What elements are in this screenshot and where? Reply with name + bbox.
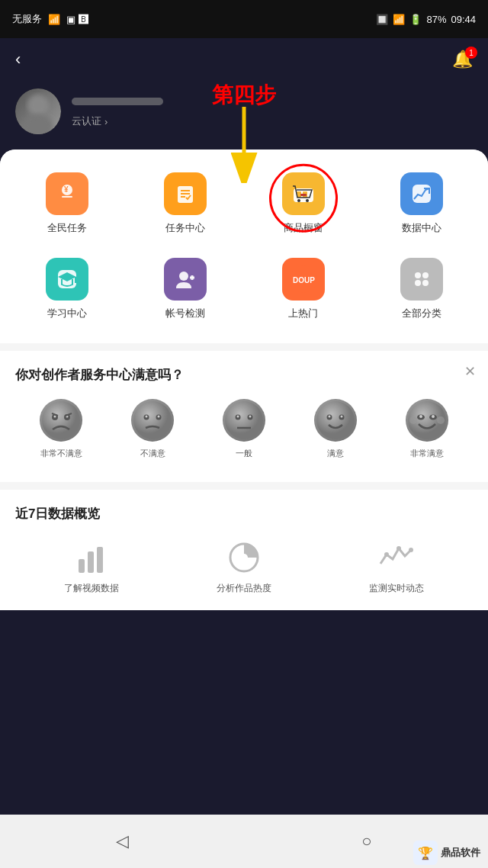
back-button[interactable]: ‹ <box>15 50 21 69</box>
emoji-row: 非常不满意 不满意 <box>15 399 473 459</box>
svg-point-49 <box>316 401 355 439</box>
svg-point-15 <box>297 199 300 202</box>
svg-rect-63 <box>97 547 103 573</box>
cloud-cert[interactable]: 云认证 › <box>72 114 163 128</box>
svg-point-0 <box>27 95 49 116</box>
data-item-heat[interactable]: 分析作品热度 <box>217 538 271 595</box>
svg-point-66 <box>384 552 389 557</box>
svg-point-27 <box>415 272 421 278</box>
renwu-icon <box>164 172 207 215</box>
avatar-image <box>15 88 61 134</box>
menu-item-rehuo[interactable]: DOUP 上热门 <box>244 250 362 328</box>
data-title: 近7日数据概览 <box>15 505 473 522</box>
emoji-very-unsatisfied[interactable]: 非常不满意 <box>40 399 82 459</box>
svg-rect-18 <box>413 185 431 203</box>
watermark-logo: 🏆 <box>413 841 438 865</box>
svg-point-29 <box>415 280 421 286</box>
svg-point-1 <box>23 114 53 134</box>
data-item-video[interactable]: 了解视频数据 <box>64 538 119 595</box>
status-right: 🔲 📶 🔋 87% 09:44 <box>376 14 476 25</box>
bell-badge: 1 <box>465 47 477 59</box>
menu-item-renwu[interactable]: 任务中心 <box>126 165 244 243</box>
shuju-icon <box>400 172 443 215</box>
feedback-section: 你对创作者服务中心满意吗？ ✕ 非常 <box>0 351 488 482</box>
xuexi-label: 学习中心 <box>47 307 87 320</box>
emoji-face-2 <box>131 399 174 442</box>
emoji-face-5 <box>406 399 448 442</box>
rehuo-label: 上热门 <box>288 307 318 320</box>
emoji-label-3: 一般 <box>236 448 252 459</box>
zhanghu-label: 帐号检测 <box>165 307 205 320</box>
svg-point-38 <box>133 401 172 439</box>
svg-point-59 <box>409 416 417 424</box>
svg-point-57 <box>419 415 422 418</box>
menu-item-quanbu[interactable]: 全部分类 <box>362 250 480 328</box>
shangpin-icon <box>282 172 325 215</box>
emoji-very-satisfied[interactable]: 非常满意 <box>406 399 448 459</box>
svg-point-47 <box>237 416 239 418</box>
menu-item-shangpin[interactable]: 商品橱窗 <box>244 165 362 243</box>
svg-point-31 <box>42 401 80 439</box>
heat-data-icon <box>223 538 265 574</box>
svg-rect-6 <box>62 196 72 198</box>
data-item-realtime[interactable]: 监测实时动态 <box>369 538 424 595</box>
video-data-icon <box>70 538 113 574</box>
emoji-face-1 <box>40 399 82 442</box>
status-bar: 无服务 📶 ▣ 🅱 🔲 📶 🔋 87% 09:44 <box>0 0 488 38</box>
quanbu-label: 全部分类 <box>402 307 441 320</box>
svg-point-42 <box>158 416 160 418</box>
svg-point-68 <box>409 548 413 552</box>
app-icons: ▣ 🅱 <box>66 14 88 25</box>
nav-home-button[interactable]: ○ <box>361 831 371 851</box>
realtime-data-icon <box>375 538 418 574</box>
svg-point-58 <box>432 415 435 418</box>
emoji-neutral[interactable]: 一般 <box>223 399 265 459</box>
renwu-label: 任务中心 <box>165 221 205 235</box>
menu-item-quanmin[interactable]: ¥ 全民任务 <box>8 165 126 243</box>
quanbu-icon <box>400 258 443 301</box>
quanmin-label: 全民任务 <box>47 221 87 235</box>
svg-point-67 <box>396 546 401 551</box>
profile-name <box>72 95 163 111</box>
emoji-label-5: 非常满意 <box>410 448 444 459</box>
nav-back-button[interactable]: ◁ <box>116 831 129 851</box>
svg-point-52 <box>329 416 331 418</box>
bottom-nav: ◁ ○ 🏆 鼎品软件 <box>0 815 488 868</box>
realtime-data-label: 监测实时动态 <box>369 582 424 595</box>
svg-point-43 <box>225 401 263 439</box>
data-row: 了解视频数据 分析作品热度 <box>15 538 473 595</box>
status-left: 无服务 📶 ▣ 🅱 <box>12 12 88 26</box>
emoji-face-3 <box>223 399 265 442</box>
emoji-label-1: 非常不满意 <box>40 448 82 459</box>
emoji-satisfied[interactable]: 满意 <box>314 399 357 459</box>
svg-point-30 <box>422 280 429 286</box>
feedback-title: 你对创作者服务中心满意吗？ <box>15 366 473 384</box>
svg-text:¥: ¥ <box>64 185 69 194</box>
nav-bar: ‹ 🔔 1 <box>0 38 488 81</box>
svg-point-53 <box>341 416 343 418</box>
emoji-unsatisfied[interactable]: 不满意 <box>131 399 174 459</box>
data-section: 近7日数据概览 了解视频数据 <box>0 490 488 610</box>
heat-data-label: 分析作品热度 <box>217 582 271 595</box>
time-label: 09:44 <box>451 14 476 25</box>
profile-area: 云认证 › <box>0 81 488 149</box>
xuexi-icon <box>46 258 88 301</box>
svg-point-48 <box>249 416 252 418</box>
signal-icon: 📶 <box>48 14 60 25</box>
emoji-label-4: 满意 <box>327 448 344 459</box>
svg-text:DOUP: DOUP <box>293 276 315 285</box>
svg-point-21 <box>179 272 188 281</box>
close-button[interactable]: ✕ <box>464 363 476 380</box>
svg-point-16 <box>306 199 309 202</box>
wifi-icon: 📶 <box>393 14 405 25</box>
menu-item-xuexi[interactable]: 学习中心 <box>8 250 126 328</box>
watermark: 🏆 鼎品软件 <box>413 841 480 865</box>
cert-label: 云认证 <box>72 114 101 128</box>
menu-item-shuju[interactable]: 数据中心 <box>362 165 480 243</box>
svg-point-41 <box>146 416 148 418</box>
bell-button[interactable]: 🔔 1 <box>452 50 473 69</box>
emoji-face-4 <box>314 399 357 442</box>
menu-item-zhanghu[interactable]: 帐号检测 <box>126 250 244 328</box>
avatar <box>15 88 61 134</box>
emoji-label-2: 不满意 <box>140 448 165 459</box>
